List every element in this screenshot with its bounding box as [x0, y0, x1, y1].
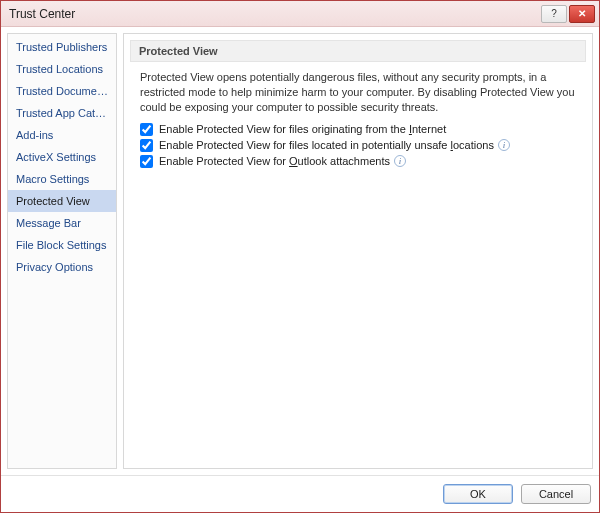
section-description: Protected View opens potentially dangero…: [140, 70, 580, 115]
sidebar-item-add-ins[interactable]: Add-ins: [8, 124, 116, 146]
main-panel: Protected View Protected View opens pote…: [123, 33, 593, 469]
sidebar-item-macro-settings[interactable]: Macro Settings: [8, 168, 116, 190]
dialog-body: Trusted Publishers Trusted Locations Tru…: [1, 27, 599, 475]
titlebar: Trust Center ? ✕: [1, 1, 599, 27]
option-label: Enable Protected View for files originat…: [159, 123, 446, 135]
sidebar-item-protected-view[interactable]: Protected View: [8, 190, 116, 212]
help-button[interactable]: ?: [541, 5, 567, 23]
section-heading: Protected View: [130, 40, 586, 62]
checkbox-unsafe-locations[interactable]: [140, 139, 153, 152]
option-outlook-attachments[interactable]: Enable Protected View for Outlook attach…: [140, 155, 580, 168]
sidebar-item-trusted-app-catalogs[interactable]: Trusted App Catalogs: [8, 102, 116, 124]
window-title: Trust Center: [9, 7, 539, 21]
sidebar-item-trusted-publishers[interactable]: Trusted Publishers: [8, 36, 116, 58]
section-body: Protected View opens potentially dangero…: [130, 62, 586, 177]
sidebar-item-trusted-locations[interactable]: Trusted Locations: [8, 58, 116, 80]
close-button[interactable]: ✕: [569, 5, 595, 23]
option-unsafe-locations[interactable]: Enable Protected View for files located …: [140, 139, 580, 152]
option-label: Enable Protected View for Outlook attach…: [159, 155, 390, 167]
cancel-button[interactable]: Cancel: [521, 484, 591, 504]
sidebar-item-file-block-settings[interactable]: File Block Settings: [8, 234, 116, 256]
sidebar-item-activex-settings[interactable]: ActiveX Settings: [8, 146, 116, 168]
sidebar-item-trusted-documents[interactable]: Trusted Documents: [8, 80, 116, 102]
dialog-footer: OK Cancel: [1, 475, 599, 512]
sidebar-item-privacy-options[interactable]: Privacy Options: [8, 256, 116, 278]
trust-center-window: Trust Center ? ✕ Trusted Publishers Trus…: [0, 0, 600, 513]
ok-button[interactable]: OK: [443, 484, 513, 504]
info-icon[interactable]: i: [498, 139, 510, 151]
option-label: Enable Protected View for files located …: [159, 139, 494, 151]
checkbox-outlook-attachments[interactable]: [140, 155, 153, 168]
info-icon[interactable]: i: [394, 155, 406, 167]
sidebar-item-message-bar[interactable]: Message Bar: [8, 212, 116, 234]
sidebar: Trusted Publishers Trusted Locations Tru…: [7, 33, 117, 469]
option-internet[interactable]: Enable Protected View for files originat…: [140, 123, 580, 136]
checkbox-internet[interactable]: [140, 123, 153, 136]
